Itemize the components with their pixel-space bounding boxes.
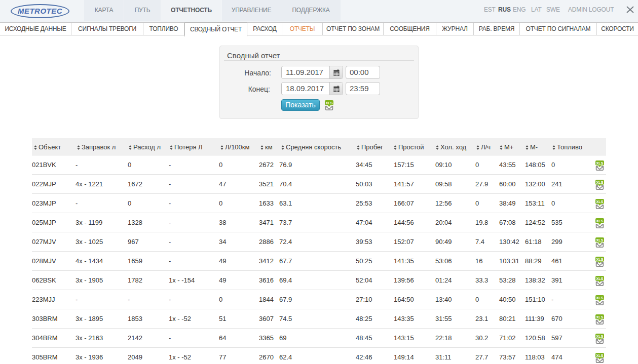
- svg-text:XLS: XLS: [596, 354, 603, 357]
- svg-text:XLS: XLS: [325, 101, 332, 105]
- svg-text:XLS: XLS: [596, 200, 603, 204]
- svg-text:XLS: XLS: [596, 161, 603, 165]
- svg-text:XLS: XLS: [596, 296, 603, 300]
- svg-text:XLS: XLS: [596, 335, 603, 338]
- svg-text:XLS: XLS: [596, 315, 603, 319]
- svg-text:XLS: XLS: [596, 219, 603, 223]
- svg-text:XLS: XLS: [596, 258, 603, 261]
- svg-text:XLS: XLS: [596, 181, 603, 184]
- svg-text:XLS: XLS: [596, 277, 603, 280]
- svg-text:XLS: XLS: [596, 238, 603, 242]
